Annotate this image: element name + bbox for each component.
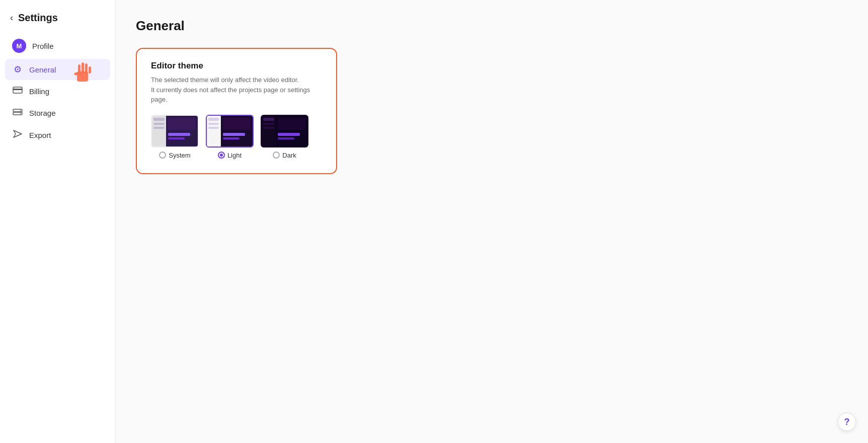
system-right-panel [166,116,198,146]
help-button[interactable]: ? [838,413,856,431]
theme-option-system[interactable]: System [151,115,199,159]
system-timeline-bar2 [168,137,185,139]
svg-point-5 [20,113,21,114]
page-title: General [136,18,848,34]
theme-preview-dark [261,115,308,147]
sidebar: ‹ Settings M Profile ⚙ General Billing [0,0,116,443]
theme-option-dark[interactable]: Dark [261,115,308,159]
sidebar-item-storage-label: Storage [29,109,56,117]
dark-theme-label: Dark [282,152,296,159]
svg-rect-1 [13,89,22,90]
storage-icon [12,108,23,118]
avatar: M [12,39,26,53]
theme-card: Editor theme The selected theme will onl… [136,48,337,174]
dark-timeline-bar2 [278,137,294,139]
theme-option-light[interactable]: Light [206,115,254,159]
export-icon [12,129,23,141]
light-left-panel [207,116,221,146]
dark-radio [273,152,280,159]
sidebar-nav: M Profile ⚙ General Billing [0,34,115,146]
system-theme-label: System [169,152,190,159]
system-timeline-bar [168,133,190,136]
gear-icon: ⚙ [12,64,23,75]
dark-left-panel [262,116,276,146]
sidebar-item-general[interactable]: ⚙ General [5,59,110,80]
theme-preview-system [151,115,199,147]
light-right-panel [221,116,253,146]
back-button[interactable]: ‹ Settings [0,8,115,34]
system-radio [159,152,166,159]
main-content: General Editor theme The selected theme … [116,0,868,443]
card-icon [12,86,23,97]
theme-system-label-row: System [159,152,190,159]
light-theme-label: Light [227,152,242,159]
light-radio [218,152,225,159]
theme-preview-light [206,115,254,147]
sidebar-item-storage[interactable]: Storage [5,103,110,123]
svg-marker-6 [14,130,22,137]
theme-dark-label-row: Dark [273,152,296,159]
light-timeline-bar [223,133,245,136]
system-left-panel [152,116,166,146]
theme-light-label-row: Light [218,152,242,159]
sidebar-item-export[interactable]: Export [5,124,110,146]
theme-options: System [151,115,322,159]
help-icon: ? [844,417,850,427]
theme-card-description: The selected theme will only affect the … [151,75,322,105]
back-arrow-icon: ‹ [10,13,13,23]
sidebar-item-billing-label: Billing [29,87,49,96]
dark-timeline-bar [278,133,300,136]
svg-point-4 [20,110,21,111]
sidebar-title: Settings [18,12,58,24]
sidebar-item-export-label: Export [29,131,51,139]
sidebar-item-profile-label: Profile [32,42,54,50]
light-timeline-bar2 [223,137,240,139]
sidebar-item-general-label: General [29,65,56,74]
theme-card-title: Editor theme [151,61,322,71]
sidebar-item-profile[interactable]: M Profile [5,34,110,58]
dark-right-panel [276,116,307,146]
sidebar-item-billing[interactable]: Billing [5,81,110,102]
